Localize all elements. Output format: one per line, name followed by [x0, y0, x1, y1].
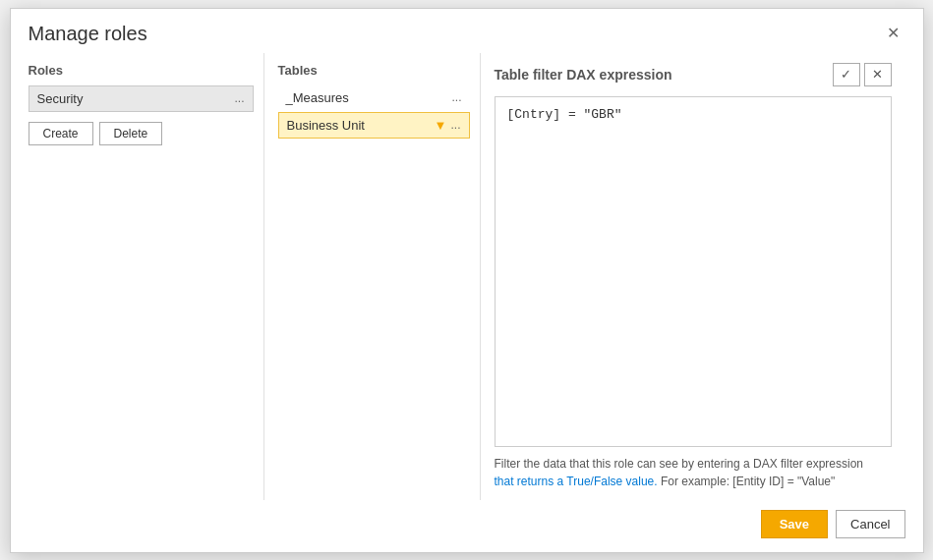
title-bar: Manage roles ✕: [11, 9, 923, 53]
dax-action-buttons: ✓ ✕: [833, 63, 892, 86]
dialog-footer: Save Cancel: [11, 500, 923, 552]
role-item-name: Security: [37, 91, 84, 106]
table-item-name-business-unit: Business Unit: [287, 118, 365, 133]
dax-column: Table filter DAX expression ✓ ✕ [Cntry] …: [481, 53, 905, 500]
table-item-icons-measures: ...: [451, 90, 461, 104]
tables-column: Tables _Measures ... Business Unit ▼ ...: [264, 53, 481, 500]
tables-header: Tables: [278, 63, 470, 78]
dax-hint: Filter the data that this role can see b…: [495, 455, 892, 490]
table-item-business-unit[interactable]: Business Unit ▼ ...: [278, 112, 470, 139]
role-item-security[interactable]: Security ...: [29, 85, 254, 112]
close-button[interactable]: ✕: [881, 24, 905, 43]
dax-hint-part1: Filter the data that this role can see b…: [495, 457, 864, 471]
delete-role-button[interactable]: Delete: [99, 122, 163, 145]
roles-column: Roles Security ... Create Delete: [29, 53, 264, 500]
manage-roles-dialog: Manage roles ✕ Roles Security ... Create…: [10, 8, 924, 553]
table-item-icons-business-unit: ▼ ...: [435, 118, 461, 133]
dax-cancel-button[interactable]: ✕: [864, 63, 892, 86]
create-role-button[interactable]: Create: [29, 122, 93, 145]
role-item-ellipsis[interactable]: ...: [234, 91, 244, 105]
table-item-measures[interactable]: _Measures ...: [278, 85, 470, 110]
cancel-button[interactable]: Cancel: [836, 510, 904, 538]
save-button[interactable]: Save: [761, 510, 828, 538]
role-actions: Create Delete: [29, 122, 254, 145]
business-unit-ellipsis[interactable]: ...: [450, 118, 460, 132]
dax-title: Table filter DAX expression: [495, 67, 672, 83]
measures-ellipsis[interactable]: ...: [451, 90, 461, 104]
dax-expression-editor[interactable]: [Cntry] = "GBR": [495, 96, 892, 447]
dialog-title: Manage roles: [29, 23, 147, 45]
dax-hint-link[interactable]: that returns a True/False value.: [495, 475, 658, 488]
dax-hint-part2: For example: [Entity ID] = "Value": [661, 475, 835, 488]
dax-confirm-button[interactable]: ✓: [833, 63, 860, 86]
main-content: Roles Security ... Create Delete Tables …: [11, 53, 923, 500]
dax-header: Table filter DAX expression ✓ ✕: [495, 63, 892, 86]
filter-icon: ▼: [435, 118, 447, 133]
table-item-name-measures: _Measures: [286, 90, 349, 105]
roles-header: Roles: [29, 63, 254, 78]
